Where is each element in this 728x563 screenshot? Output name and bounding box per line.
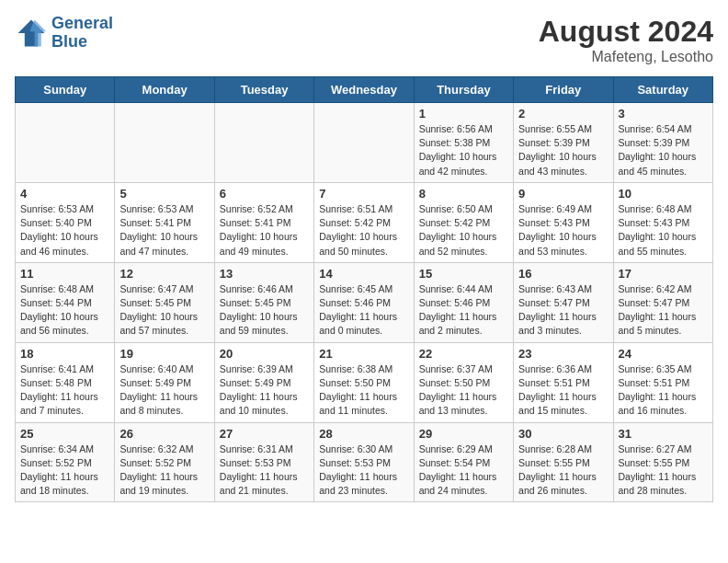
calendar-cell: 23Sunrise: 6:36 AM Sunset: 5:51 PM Dayli… xyxy=(514,342,613,422)
calendar-cell xyxy=(16,103,115,183)
location: Mafeteng, Lesotho xyxy=(539,49,713,65)
day-number: 12 xyxy=(119,267,209,281)
day-number: 29 xyxy=(419,427,508,441)
calendar-cell: 21Sunrise: 6:38 AM Sunset: 5:50 PM Dayli… xyxy=(314,342,414,422)
day-info: Sunrise: 6:50 AM Sunset: 5:42 PM Dayligh… xyxy=(419,202,508,259)
day-info: Sunrise: 6:39 AM Sunset: 5:49 PM Dayligh… xyxy=(220,362,309,419)
calendar-cell xyxy=(314,103,414,183)
weekday-header-cell: Friday xyxy=(514,77,613,103)
day-number: 30 xyxy=(518,427,608,441)
day-info: Sunrise: 6:41 AM Sunset: 5:48 PM Dayligh… xyxy=(20,362,109,419)
logo-icon xyxy=(15,17,48,50)
day-number: 26 xyxy=(119,427,209,441)
day-number: 25 xyxy=(20,427,109,441)
day-info: Sunrise: 6:49 AM Sunset: 5:43 PM Dayligh… xyxy=(518,202,608,259)
calendar-cell: 9Sunrise: 6:49 AM Sunset: 5:43 PM Daylig… xyxy=(514,182,613,262)
day-info: Sunrise: 6:36 AM Sunset: 5:51 PM Dayligh… xyxy=(518,362,608,419)
calendar-cell: 27Sunrise: 6:31 AM Sunset: 5:53 PM Dayli… xyxy=(214,422,313,502)
weekday-header-cell: Wednesday xyxy=(314,77,414,103)
calendar-cell: 11Sunrise: 6:48 AM Sunset: 5:44 PM Dayli… xyxy=(16,262,115,342)
day-info: Sunrise: 6:54 AM Sunset: 5:39 PM Dayligh… xyxy=(619,122,708,178)
day-info: Sunrise: 6:55 AM Sunset: 5:39 PM Dayligh… xyxy=(518,122,608,178)
day-number: 21 xyxy=(319,347,408,361)
day-info: Sunrise: 6:29 AM Sunset: 5:54 PM Dayligh… xyxy=(419,442,508,499)
weekday-header-cell: Sunday xyxy=(16,77,115,103)
day-info: Sunrise: 6:45 AM Sunset: 5:46 PM Dayligh… xyxy=(319,282,408,339)
calendar-cell: 6Sunrise: 6:52 AM Sunset: 5:41 PM Daylig… xyxy=(214,182,313,262)
day-info: Sunrise: 6:53 AM Sunset: 5:41 PM Dayligh… xyxy=(119,202,209,259)
day-number: 13 xyxy=(220,267,309,281)
calendar-cell: 29Sunrise: 6:29 AM Sunset: 5:54 PM Dayli… xyxy=(414,422,513,502)
page-header: General Blue August 2024 Mafeteng, Lesot… xyxy=(15,15,713,65)
calendar-cell: 5Sunrise: 6:53 AM Sunset: 5:41 PM Daylig… xyxy=(115,182,214,262)
calendar-cell: 25Sunrise: 6:34 AM Sunset: 5:52 PM Dayli… xyxy=(16,422,115,502)
calendar-cell: 16Sunrise: 6:43 AM Sunset: 5:47 PM Dayli… xyxy=(514,262,613,342)
weekday-header-cell: Tuesday xyxy=(214,77,313,103)
calendar-week-row: 18Sunrise: 6:41 AM Sunset: 5:48 PM Dayli… xyxy=(16,342,713,422)
calendar-cell: 4Sunrise: 6:53 AM Sunset: 5:40 PM Daylig… xyxy=(16,182,115,262)
day-info: Sunrise: 6:42 AM Sunset: 5:47 PM Dayligh… xyxy=(619,282,708,339)
calendar-body: 1Sunrise: 6:56 AM Sunset: 5:38 PM Daylig… xyxy=(16,103,713,502)
calendar-cell: 22Sunrise: 6:37 AM Sunset: 5:50 PM Dayli… xyxy=(414,342,513,422)
day-number: 14 xyxy=(319,267,408,281)
day-number: 11 xyxy=(20,267,109,281)
calendar-week-row: 11Sunrise: 6:48 AM Sunset: 5:44 PM Dayli… xyxy=(16,262,713,342)
calendar-cell: 7Sunrise: 6:51 AM Sunset: 5:42 PM Daylig… xyxy=(314,182,414,262)
logo-text: General Blue xyxy=(51,15,113,52)
day-info: Sunrise: 6:38 AM Sunset: 5:50 PM Dayligh… xyxy=(319,362,408,419)
day-number: 8 xyxy=(419,187,508,201)
day-number: 4 xyxy=(20,187,109,201)
day-number: 3 xyxy=(619,107,708,121)
calendar-cell: 26Sunrise: 6:32 AM Sunset: 5:52 PM Dayli… xyxy=(115,422,214,502)
logo-line1: General xyxy=(51,14,113,32)
day-number: 16 xyxy=(518,267,608,281)
day-number: 24 xyxy=(619,347,708,361)
day-number: 31 xyxy=(619,427,708,441)
calendar-cell: 15Sunrise: 6:44 AM Sunset: 5:46 PM Dayli… xyxy=(414,262,513,342)
day-info: Sunrise: 6:48 AM Sunset: 5:44 PM Dayligh… xyxy=(20,282,109,339)
day-number: 7 xyxy=(319,187,408,201)
day-info: Sunrise: 6:27 AM Sunset: 5:55 PM Dayligh… xyxy=(619,442,708,499)
weekday-header-cell: Saturday xyxy=(613,77,712,103)
day-number: 18 xyxy=(20,347,109,361)
calendar-cell xyxy=(214,103,313,183)
day-info: Sunrise: 6:28 AM Sunset: 5:55 PM Dayligh… xyxy=(518,442,608,499)
day-number: 27 xyxy=(220,427,309,441)
calendar-cell: 8Sunrise: 6:50 AM Sunset: 5:42 PM Daylig… xyxy=(414,182,513,262)
calendar-cell xyxy=(115,103,214,183)
calendar-cell: 3Sunrise: 6:54 AM Sunset: 5:39 PM Daylig… xyxy=(613,103,712,183)
day-number: 5 xyxy=(119,187,209,201)
weekday-header-cell: Thursday xyxy=(414,77,513,103)
month-year: August 2024 xyxy=(539,15,713,49)
day-number: 9 xyxy=(518,187,608,201)
day-number: 20 xyxy=(220,347,309,361)
calendar-cell: 24Sunrise: 6:35 AM Sunset: 5:51 PM Dayli… xyxy=(613,342,712,422)
day-info: Sunrise: 6:37 AM Sunset: 5:50 PM Dayligh… xyxy=(419,362,508,419)
calendar-cell: 19Sunrise: 6:40 AM Sunset: 5:49 PM Dayli… xyxy=(115,342,214,422)
day-info: Sunrise: 6:35 AM Sunset: 5:51 PM Dayligh… xyxy=(619,362,708,419)
day-number: 19 xyxy=(119,347,209,361)
day-info: Sunrise: 6:46 AM Sunset: 5:45 PM Dayligh… xyxy=(220,282,309,339)
day-number: 22 xyxy=(419,347,508,361)
day-number: 1 xyxy=(419,107,508,121)
calendar-cell: 1Sunrise: 6:56 AM Sunset: 5:38 PM Daylig… xyxy=(414,103,513,183)
calendar-cell: 14Sunrise: 6:45 AM Sunset: 5:46 PM Dayli… xyxy=(314,262,414,342)
weekday-header-row: SundayMondayTuesdayWednesdayThursdayFrid… xyxy=(16,77,713,103)
day-info: Sunrise: 6:44 AM Sunset: 5:46 PM Dayligh… xyxy=(419,282,508,339)
calendar-cell: 18Sunrise: 6:41 AM Sunset: 5:48 PM Dayli… xyxy=(16,342,115,422)
day-info: Sunrise: 6:43 AM Sunset: 5:47 PM Dayligh… xyxy=(518,282,608,339)
day-number: 2 xyxy=(518,107,608,121)
day-info: Sunrise: 6:30 AM Sunset: 5:53 PM Dayligh… xyxy=(319,442,408,499)
calendar-cell: 12Sunrise: 6:47 AM Sunset: 5:45 PM Dayli… xyxy=(115,262,214,342)
calendar-cell: 31Sunrise: 6:27 AM Sunset: 5:55 PM Dayli… xyxy=(613,422,712,502)
day-info: Sunrise: 6:34 AM Sunset: 5:52 PM Dayligh… xyxy=(20,442,109,499)
calendar-week-row: 1Sunrise: 6:56 AM Sunset: 5:38 PM Daylig… xyxy=(16,103,713,183)
weekday-header-cell: Monday xyxy=(115,77,214,103)
day-info: Sunrise: 6:56 AM Sunset: 5:38 PM Dayligh… xyxy=(419,122,508,178)
calendar-week-row: 4Sunrise: 6:53 AM Sunset: 5:40 PM Daylig… xyxy=(16,182,713,262)
calendar-table: SundayMondayTuesdayWednesdayThursdayFrid… xyxy=(15,76,713,502)
day-info: Sunrise: 6:51 AM Sunset: 5:42 PM Dayligh… xyxy=(319,202,408,259)
day-info: Sunrise: 6:48 AM Sunset: 5:43 PM Dayligh… xyxy=(619,202,708,259)
day-info: Sunrise: 6:32 AM Sunset: 5:52 PM Dayligh… xyxy=(119,442,209,499)
day-number: 17 xyxy=(619,267,708,281)
